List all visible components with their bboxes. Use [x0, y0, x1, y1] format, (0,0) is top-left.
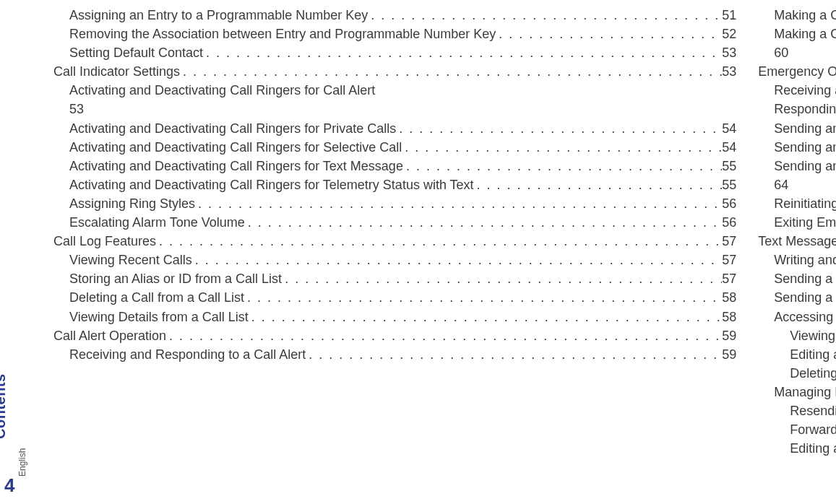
- toc-title: Viewing Details from a Call List: [69, 308, 249, 326]
- toc-entry[interactable]: Sending an Emergency Alarm with Call . .…: [758, 138, 836, 157]
- toc-page: 59: [722, 326, 736, 345]
- toc-title: Responding to an Emergency Alarm: [774, 100, 836, 118]
- toc-title: Activating and Deactivating Call Ringers…: [69, 175, 474, 194]
- toc-entry[interactable]: Sending a Quick Text Message with the On…: [758, 288, 836, 307]
- toc-title: Resending a Text Message: [790, 401, 836, 420]
- toc-leader-dots: . . . . . . . . . . . . . . . . . . . . …: [474, 175, 723, 194]
- toc-title: Receiving and Responding to a Call Alert: [69, 345, 306, 364]
- toc-title: Making a Call Alert from the Contacts Li…: [774, 6, 836, 25]
- toc-page: 53: [69, 100, 84, 118]
- toc-leader-dots: . . . . . . . . . . . . . . . . . . . . …: [244, 288, 722, 307]
- toc-entry[interactable]: Activating and Deactivating Call Ringers…: [53, 175, 736, 194]
- toc-entry[interactable]: Sending an Emergency Alarm . . . . . . .…: [758, 119, 836, 138]
- toc-page: 51: [722, 6, 736, 25]
- toc-title: Making a Call Alert with the One Touch A…: [774, 25, 836, 43]
- toc-columns: Assigning an Entry to a Programmable Num…: [53, 6, 823, 490]
- toc-entry[interactable]: Exiting Emergency Mode . . . . . . . . .…: [758, 213, 836, 232]
- toc-page: 57: [722, 269, 736, 288]
- toc-entry[interactable]: Making a Call Alert from the Contacts Li…: [758, 6, 836, 25]
- toc-leader-dots: . . . . . . . . . . . . . . . . . . . . …: [245, 213, 722, 232]
- toc-entry[interactable]: Assigning an Entry to a Programmable Num…: [53, 6, 736, 25]
- toc-title: Sending a Quick Text Message with the On…: [774, 288, 836, 307]
- toc-title: Activating and Deactivating Call Ringers…: [69, 138, 402, 157]
- toc-page: 59: [722, 345, 736, 364]
- toc-title: Editing and Sending a Saved Text Message: [790, 345, 836, 364]
- toc-title: Text Message Features: [758, 232, 836, 251]
- toc-leader-dots: . . . . . . . . . . . . . . . . . . . . …: [403, 157, 722, 175]
- toc-entry[interactable]: Emergency Operation . . . . . . . . . . …: [758, 62, 836, 81]
- toc-entry[interactable]: Call Indicator Settings . . . . . . . . …: [53, 62, 736, 81]
- toc-entry[interactable]: Accessing the Drafts Folder . . . . . . …: [758, 308, 836, 326]
- toc-entry[interactable]: Receiving an Emergency Alarm . . . . . .…: [758, 81, 836, 100]
- toc-entry[interactable]: Call Log Features . . . . . . . . . . . …: [53, 232, 736, 251]
- toc-leader-dots: . . . . . . . . . . . . . . . . . . . . …: [306, 345, 722, 364]
- toc-page: 58: [722, 288, 736, 307]
- toc-page: 53: [722, 43, 736, 62]
- toc-entry[interactable]: Writing and Sending a Text Message . . .…: [758, 251, 836, 269]
- toc-entry[interactable]: Activating and Deactivating Call Ringers…: [53, 138, 736, 157]
- language-tag: English: [17, 448, 27, 477]
- toc-title: Deleting a Call from a Call List: [69, 288, 244, 307]
- toc-leader-dots: . . . . . . . . . . . . . . . . . . . . …: [166, 326, 722, 345]
- toc-entry[interactable]: Managing Fail-to-Send Text Messages . . …: [758, 383, 836, 401]
- toc-entry[interactable]: Responding to an Emergency Alarm . . . .…: [758, 100, 836, 118]
- toc-title: Setting Default Contact: [69, 43, 203, 62]
- toc-page: 55: [722, 157, 736, 175]
- toc-page: 57: [722, 251, 736, 269]
- toc-entry[interactable]: Viewing a Saved Text Message . . . . . .…: [758, 326, 836, 345]
- toc-entry[interactable]: Receiving and Responding to a Call Alert…: [53, 345, 736, 364]
- toc-title: Managing Fail-to-Send Text Messages: [774, 383, 836, 401]
- toc-title: Activating and Deactivating Call Ringers…: [69, 157, 403, 175]
- toc-title: Reinitiating an Emergency Mode: [774, 194, 836, 213]
- toc-title: Viewing a Saved Text Message: [790, 326, 836, 345]
- toc-title: Viewing Recent Calls: [69, 251, 192, 269]
- toc-entry[interactable]: Deleting a Saved Text Message from Draft…: [758, 364, 836, 383]
- toc-entry[interactable]: Activating and Deactivating Call Ringers…: [53, 81, 736, 100]
- toc-title: Call Log Features: [53, 232, 156, 251]
- page-number: 4: [4, 474, 14, 497]
- toc-title: Removing the Association between Entry a…: [69, 25, 496, 43]
- toc-entry[interactable]: Storing an Alias or ID from a Call List …: [53, 269, 736, 288]
- toc-entry[interactable]: Making a Call Alert with the One Touch A…: [758, 25, 836, 43]
- toc-page: 57: [722, 232, 736, 251]
- toc-entry[interactable]: Editing and Sending a Saved Text Message…: [758, 345, 836, 364]
- toc-entry[interactable]: Reinitiating an Emergency Mode . . . . .…: [758, 194, 836, 213]
- toc-entry[interactable]: Editing a Text Message . . . . . . . . .…: [758, 439, 836, 458]
- toc-entry[interactable]: Viewing Recent Calls . . . . . . . . . .…: [53, 251, 736, 269]
- toc-page: 58: [722, 308, 736, 326]
- toc-entry-page-line: 64: [758, 175, 836, 194]
- toc-entry[interactable]: Activating and Deactivating Call Ringers…: [53, 119, 736, 138]
- toc-entry[interactable]: Deleting a Call from a Call List . . . .…: [53, 288, 736, 307]
- toc-title: Sending a Quick Text Message: [774, 269, 836, 288]
- toc-entry[interactable]: Assigning Ring Styles . . . . . . . . . …: [53, 194, 736, 213]
- toc-entry[interactable]: Resending a Text Message . . . . . . . .…: [758, 401, 836, 420]
- toc-title: Emergency Operation: [758, 62, 836, 81]
- toc-page: 54: [722, 119, 736, 138]
- toc-entry[interactable]: Call Alert Operation . . . . . . . . . .…: [53, 326, 736, 345]
- toc-page: 53: [722, 62, 736, 81]
- toc-title: Assigning an Entry to a Programmable Num…: [69, 6, 368, 25]
- toc-entry[interactable]: Escalating Alarm Tone Volume . . . . . .…: [53, 213, 736, 232]
- toc-leader-dots: . . . . . . . . . . . . . . . . . . . . …: [203, 43, 722, 62]
- toc-page: 52: [722, 25, 736, 43]
- toc-leader-dots: . . . . . . . . . . . . . . . . . . . . …: [368, 6, 722, 25]
- toc-title: Forwarding a Text Message: [790, 420, 836, 439]
- toc-title: Writing and Sending a Text Message: [774, 251, 836, 269]
- toc-leader-dots: . . . . . . . . . . . . . . . . . . . . …: [192, 251, 722, 269]
- toc-entry[interactable]: Setting Default Contact . . . . . . . . …: [53, 43, 736, 62]
- toc-entry-page-line: 60: [758, 43, 836, 62]
- toc-entry[interactable]: Sending an Emergency Alarm with Voice to…: [758, 157, 836, 175]
- toc-entry[interactable]: Text Message Features . . . . . . . . . …: [758, 232, 836, 251]
- toc-entry[interactable]: Forwarding a Text Message . . . . . . . …: [758, 420, 836, 439]
- toc-column-left: Assigning an Entry to a Programmable Num…: [53, 6, 736, 490]
- toc-entry[interactable]: Activating and Deactivating Call Ringers…: [53, 157, 736, 175]
- toc-title: Exiting Emergency Mode: [774, 213, 836, 232]
- toc-title: Editing a Text Message: [790, 439, 836, 458]
- toc-entry[interactable]: Sending a Quick Text Message . . . . . .…: [758, 269, 836, 288]
- toc-entry[interactable]: Viewing Details from a Call List . . . .…: [53, 308, 736, 326]
- toc-leader-dots: . . . . . . . . . . . . . . . . . . . . …: [402, 138, 722, 157]
- toc-title: Accessing the Drafts Folder: [774, 308, 836, 326]
- toc-page: 60: [774, 43, 788, 62]
- toc-title: Escalating Alarm Tone Volume: [69, 213, 245, 232]
- toc-entry[interactable]: Removing the Association between Entry a…: [53, 25, 736, 43]
